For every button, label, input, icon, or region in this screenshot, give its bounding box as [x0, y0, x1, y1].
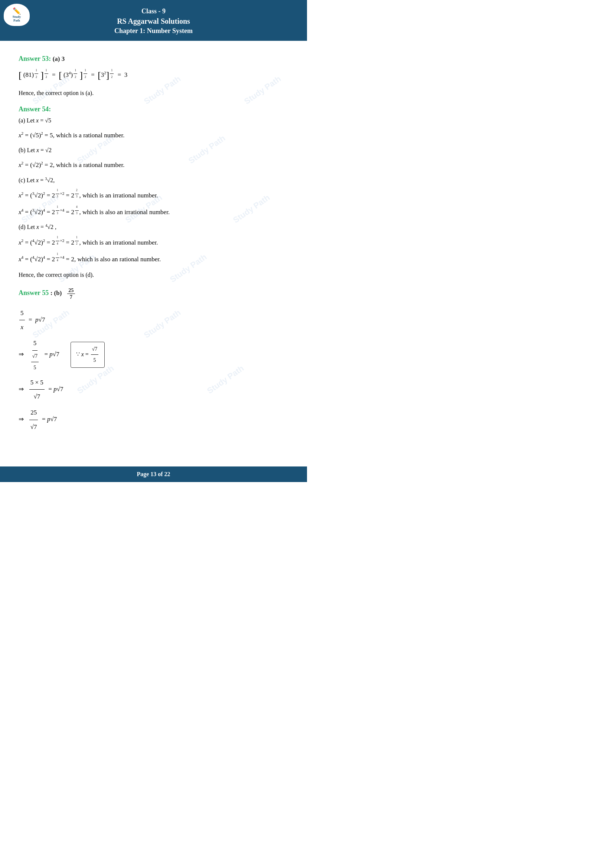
ans53-math: [ (81)12 ]12 = [ (34)12 ]12 = [32]12 = 3 — [19, 65, 288, 86]
bracket-close: ] — [40, 70, 44, 81]
ans54-part-c: (c) Let x = 3√2, x2 = (3√2)2 = 213×2 = 2… — [19, 175, 288, 219]
ans54-heading: Answer 54: — [19, 105, 288, 113]
ans53-base: (81) — [23, 71, 34, 78]
ans55-eq2: ⇒ 5 √7 5 = p√7 — [19, 336, 288, 373]
ans54c-eq1: x2 = (3√2)2 = 213×2 = 223, which is an i… — [19, 188, 288, 202]
ans54d-eq1: x2 = (4√2)2 = 214×2 = 212, which is an i… — [19, 235, 288, 250]
ans54c-eq2: x4 = (3√2)4 = 213×4 = 243, which is also… — [19, 205, 288, 219]
ans55-eq1: 5x = p√7 — [19, 306, 288, 334]
ans53-option: (a) 3 — [53, 55, 65, 62]
answer-53: Answer 53: (a) 3 [ (81)12 ]12 = [ (34)12… — [19, 55, 288, 99]
answer-55: Answer 55 : (b) 25 7 5x = p√7 — [19, 287, 288, 434]
ans55-option-text: : (b) 25 7 — [51, 290, 76, 296]
ans54c-let: (c) Let x = 3√2, — [19, 175, 288, 186]
ans53-heading-text: Answer 53: — [19, 55, 51, 62]
ans55-heading: Answer 55 : (b) 25 7 — [19, 287, 288, 300]
bracket-open: [ — [19, 70, 22, 81]
ans54d-let: (d) Let x = 4√2 , — [19, 222, 288, 232]
ans53-exp2: 12 — [44, 71, 49, 75]
main-content: Answer 53: (a) 3 [ (81)12 ]12 = [ (34)12… — [19, 55, 288, 434]
ans54a-let: (a) Let x = √5 — [19, 115, 288, 126]
page-info: Page 13 of 22 — [136, 471, 170, 477]
ans55-eq3: ⇒ 5 × 5 √7 = p√7 — [19, 375, 288, 404]
ans54b-let: (b) Let x = √2 — [19, 145, 288, 156]
header-title: RS Aggarwal Solutions — [8, 16, 299, 26]
content-area: Study PathStudy PathStudy PathStudy Path… — [0, 41, 307, 467]
ans55-eq4: ⇒ 25 √7 = p√7 — [19, 406, 288, 434]
ans54a-eq: x2 = (√5)2 = 5, which is a rational numb… — [19, 129, 288, 142]
page-footer: Page 13 of 22 — [0, 467, 307, 482]
answer-54: Answer 54: (a) Let x = √5 x2 = (√5)2 = 5… — [19, 105, 288, 280]
ans54-conclusion: Hence, the correct option is (d). — [19, 270, 288, 281]
header-class: Class - 9 — [8, 7, 299, 16]
ans54d-eq2: x4 = (4√2)4 = 214×4 = 2, which is also a… — [19, 252, 288, 266]
ans54-part-a: (a) Let x = √5 x2 = (√5)2 = 5, which is … — [19, 115, 288, 142]
ans54-part-b: (b) Let x = √2 x2 = (√2)2 = 2, which is … — [19, 145, 288, 172]
header-chapter: Chapter 1: Number System — [8, 26, 299, 36]
ans53-exp1: 12 — [34, 71, 39, 75]
ans53-conclusion: Hence, the correct option is (a). — [19, 88, 288, 99]
ans54-part-d: (d) Let x = 4√2 , x2 = (4√2)2 = 214×2 = … — [19, 222, 288, 266]
ans54b-eq: x2 = (√2)2 = 2, which is a rational numb… — [19, 158, 288, 172]
logo-pen-icon: ✏️ — [12, 7, 21, 15]
page-header: ✏️ Study Path Class - 9 RS Aggarwal Solu… — [0, 0, 307, 41]
logo: ✏️ Study Path — [4, 4, 33, 28]
ans53-heading: Answer 53: (a) 3 — [19, 55, 288, 63]
ans55-heading-text: Answer 55 — [19, 289, 49, 296]
logo-text2: Path — [13, 19, 20, 23]
logo-circle: ✏️ Study Path — [4, 4, 30, 26]
page: ✏️ Study Path Class - 9 RS Aggarwal Solu… — [0, 0, 307, 482]
